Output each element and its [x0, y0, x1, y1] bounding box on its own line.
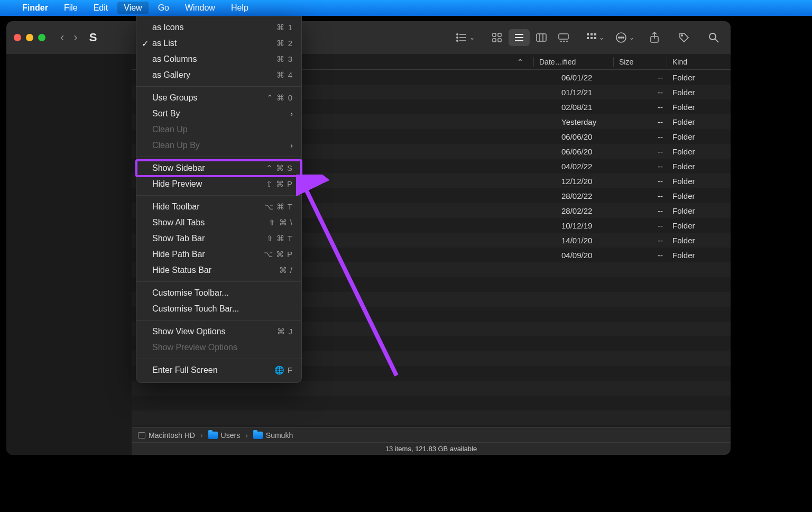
col-size-header[interactable]: Size [619, 58, 661, 66]
menu-item[interactable]: Customise Toolbar... [136, 285, 301, 301]
file-kind: Folder [672, 221, 731, 230]
menu-item-label: Customise Toolbar... [152, 288, 229, 298]
search-button[interactable] [704, 29, 723, 46]
macos-menubar: Finder File Edit View Go Window Help [0, 0, 812, 16]
file-size: -- [630, 162, 672, 171]
menubar-help[interactable]: Help [225, 2, 255, 14]
file-date: 14/01/20 [561, 236, 630, 245]
svg-point-31 [681, 35, 683, 36]
ellipsis-circle-icon [615, 32, 627, 43]
menu-item-label: Hide Toolbar [152, 202, 200, 212]
menu-item[interactable]: Hide Path Bar⌥ ⌘ P [136, 246, 301, 262]
file-kind: Folder [672, 73, 731, 82]
path-crumb-users[interactable]: Users [208, 431, 241, 440]
group-by-button[interactable]: ⌄ [456, 29, 475, 46]
file-kind: Folder [672, 251, 731, 260]
svg-rect-23 [587, 37, 589, 39]
menu-item[interactable]: Show Sidebar⌃ ⌘ S [136, 160, 301, 176]
menu-item[interactable]: as Gallery⌘ 4 [136, 67, 301, 83]
menu-item-label: Hide Status Bar [152, 266, 211, 275]
list-bullets-icon [456, 33, 467, 42]
menu-item[interactable]: Hide Status Bar⌘ / [136, 262, 301, 278]
col-kind-header[interactable]: Kind [672, 58, 731, 66]
chevron-down-icon: ⌄ [629, 34, 634, 41]
menu-separator [136, 281, 301, 282]
view-icons-button[interactable] [486, 29, 508, 46]
menu-item[interactable]: Customise Touch Bar... [136, 301, 301, 317]
menu-item[interactable]: ✓as List⌘ 2 [136, 35, 301, 51]
file-date: 02/08/21 [561, 103, 630, 112]
menubar-go[interactable]: Go [152, 2, 176, 14]
menu-item-label: as Columns [152, 54, 197, 64]
svg-point-0 [457, 34, 458, 35]
menu-item[interactable]: Show All Tabs⇧ ⌘ \ [136, 215, 301, 231]
menu-item[interactable]: as Columns⌘ 3 [136, 51, 301, 67]
menubar-view[interactable]: View [117, 2, 148, 14]
menu-item-label: Show Preview Options [152, 343, 237, 352]
menu-item[interactable]: Use Groups⌃ ⌘ 0 [136, 90, 301, 106]
menu-item[interactable]: Hide Preview⇧ ⌘ P [136, 176, 301, 192]
tags-button[interactable] [675, 29, 694, 46]
forward-button[interactable]: › [73, 31, 77, 44]
file-size: -- [630, 73, 672, 82]
menubar-file[interactable]: File [58, 2, 84, 14]
chevron-down-icon: ⌄ [469, 34, 475, 41]
file-kind: Folder [672, 236, 731, 245]
menu-item[interactable]: Show View Options⌘ J [136, 324, 301, 340]
sort-asc-icon[interactable]: ⌃ [512, 58, 528, 66]
path-crumb-root[interactable]: Macintosh HD [138, 431, 195, 440]
file-size: -- [630, 251, 672, 260]
share-button[interactable] [645, 29, 664, 46]
view-list-button[interactable] [509, 29, 530, 46]
menubar-window[interactable]: Window [179, 2, 222, 14]
folder-icon [208, 432, 218, 439]
file-size: -- [630, 132, 672, 141]
menu-item-label: Customise Touch Bar... [152, 304, 239, 314]
menu-item-label: Show Tab Bar [152, 234, 205, 243]
view-columns-button[interactable] [531, 29, 552, 46]
menu-item-label: Show Sidebar [152, 163, 205, 173]
menubar-app[interactable]: Finder [16, 2, 54, 14]
path-crumb-current[interactable]: Sumukh [253, 431, 293, 440]
menu-shortcut: ⌘ 2 [276, 39, 293, 48]
menu-item-label: Hide Preview [152, 179, 202, 189]
path-crumb-label: Sumukh [266, 431, 293, 440]
arrange-button[interactable]: ⌄ [586, 29, 605, 46]
nav-arrows: ‹ › [60, 31, 78, 44]
zoom-button[interactable] [38, 34, 45, 41]
folder-icon [253, 432, 263, 439]
svg-rect-6 [493, 33, 496, 36]
close-button[interactable] [14, 34, 21, 41]
svg-point-32 [709, 33, 716, 40]
file-date: 06/01/22 [561, 73, 630, 82]
menu-shortcut: ⌘ 3 [276, 54, 293, 64]
share-icon [649, 32, 660, 43]
svg-point-29 [623, 37, 624, 38]
file-size: -- [630, 236, 672, 245]
menu-item[interactable]: Sort By› [136, 106, 301, 122]
menu-item[interactable]: Hide Toolbar⌥ ⌘ T [136, 199, 301, 215]
file-date: 12/12/20 [561, 177, 630, 186]
file-kind: Folder [672, 206, 731, 215]
path-crumb-label: Macintosh HD [149, 431, 195, 440]
back-button[interactable]: ‹ [60, 31, 64, 44]
svg-rect-24 [590, 37, 593, 39]
menu-item[interactable]: Show Tab Bar⇧ ⌘ T [136, 231, 301, 246]
action-button[interactable]: ⌄ [615, 29, 634, 46]
file-kind: Folder [672, 162, 731, 171]
window-titlebar: ‹ › S ⌄ [6, 21, 731, 54]
svg-point-4 [457, 40, 458, 41]
menu-item[interactable]: as Icons⌘ 1 [136, 20, 301, 35]
menu-separator [136, 320, 301, 321]
view-menu-dropdown: as Icons⌘ 1✓as List⌘ 2as Columns⌘ 3as Ga… [136, 16, 302, 383]
menu-item[interactable]: Enter Full Screen🌐 F [136, 362, 301, 378]
menu-shortcut: ⌘ J [277, 327, 293, 336]
menu-shortcut: ⇧ ⌘ P [266, 179, 293, 189]
view-gallery-button[interactable] [553, 29, 574, 46]
menubar-edit[interactable]: Edit [87, 2, 115, 14]
chevron-right-icon: › [290, 109, 293, 118]
minimize-button[interactable] [26, 34, 33, 41]
col-date-header[interactable]: Date…ified [539, 58, 608, 66]
file-kind: Folder [672, 191, 731, 200]
menu-shortcut: ⌥ ⌘ T [264, 202, 293, 212]
